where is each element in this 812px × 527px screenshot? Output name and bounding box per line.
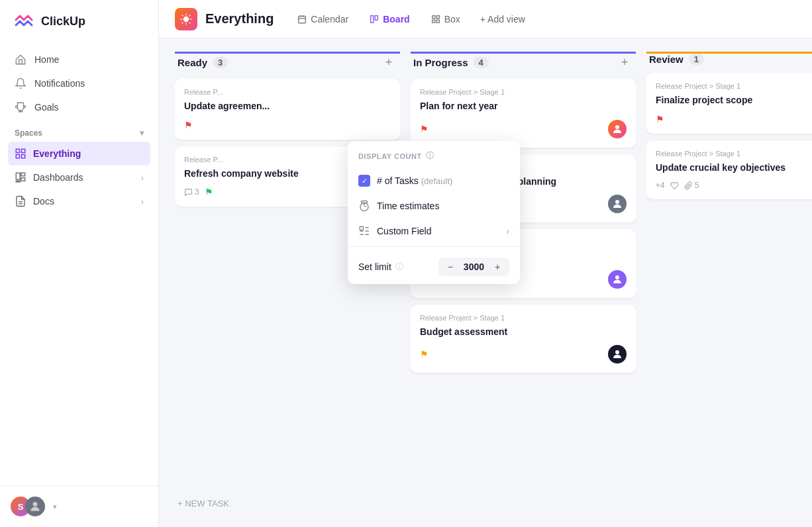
heart-icon (670, 181, 679, 190)
comment-icon (184, 188, 193, 197)
sidebar-item-home[interactable]: Home (8, 48, 150, 72)
popup-label-custom: Custom Field (377, 226, 431, 236)
limit-decrease-button[interactable]: − (444, 260, 457, 273)
avatar-group[interactable]: S (11, 497, 45, 516)
tab-calendar[interactable]: Calendar (289, 10, 356, 28)
popup-item-custom[interactable]: Custom Field › (348, 218, 520, 244)
main-content: Everything Calendar Board Box + Add view… (159, 0, 812, 527)
svg-rect-4 (16, 173, 20, 179)
board-icon (370, 15, 379, 24)
column-header-in-progress: In Progress 4 + (411, 52, 636, 79)
clickup-logo-icon (13, 11, 34, 32)
docs-chevron-icon: › (141, 197, 144, 207)
popup-item-time[interactable]: Time estimates (348, 193, 520, 218)
card-footer: +4 5 (656, 181, 812, 190)
card-title: Finalize project scope (656, 94, 812, 107)
svg-rect-7 (16, 181, 20, 182)
card-title: Update crucial key objectives (656, 162, 812, 175)
bell-icon (15, 77, 26, 89)
sidebar-item-notifications[interactable]: Notifications (8, 72, 150, 95)
spaces-chevron-icon: ▾ (140, 128, 144, 138)
card-finalize-scope[interactable]: Release Project > Stage 1 Finalize proje… (646, 73, 812, 134)
view-icon-box (175, 8, 197, 30)
flag-icon: ⚑ (420, 124, 429, 134)
calendar-icon (297, 15, 307, 24)
column-title-ready: Ready (178, 57, 207, 68)
column-add-ready[interactable]: + (380, 54, 397, 71)
popup-label-time: Time estimates (377, 201, 439, 211)
column-header-review: Review 1 (646, 52, 812, 73)
checkbox-checked-icon: ✓ (358, 175, 370, 187)
custom-field-icon (358, 225, 370, 237)
sidebar-item-dashboards[interactable]: Dashboards › (8, 166, 150, 189)
column-add-in-progress[interactable]: + (616, 54, 633, 71)
card-path: Release Project > Stage 1 (656, 150, 812, 158)
limit-increase-button[interactable]: + (491, 260, 504, 273)
card-title: Update agreemen... (184, 100, 391, 113)
popup-item-tasks[interactable]: ✓ # of Tasks (default) (348, 168, 520, 193)
svg-point-24 (615, 275, 619, 279)
svg-rect-28 (360, 226, 363, 230)
svg-rect-6 (21, 178, 25, 181)
column-count-in-progress: 4 (474, 57, 489, 68)
svg-rect-21 (436, 20, 439, 23)
column-count-ready: 3 (213, 57, 228, 68)
svg-rect-3 (22, 155, 25, 158)
card-path: Release P... (184, 88, 391, 96)
set-limit-info-icon: ⓘ (395, 262, 403, 273)
svg-point-25 (615, 350, 619, 354)
svg-rect-12 (299, 16, 306, 23)
new-task-button[interactable]: + NEW TASK (175, 493, 400, 514)
column-review: Review 1 Release Project > Stage 1 Final… (646, 52, 812, 514)
trophy-icon (15, 101, 26, 113)
limit-value: 3000 (461, 262, 487, 272)
card-update-objectives[interactable]: Release Project > Stage 1 Update crucial… (646, 140, 812, 200)
sidebar-footer: S ▾ (0, 485, 158, 527)
board-area: Ready 3 + Release P... Update agreemen..… (159, 38, 812, 527)
svg-point-10 (33, 502, 38, 506)
svg-point-22 (615, 125, 619, 129)
topbar: Everything Calendar Board Box + Add view (159, 0, 812, 38)
comment-count: 3 (184, 187, 199, 197)
popup-header: DISPLAY COUNT ⓘ (348, 141, 520, 168)
sidebar-item-docs[interactable]: Docs › (8, 189, 150, 213)
card-update-agreement[interactable]: Release P... Update agreemen... ⚑ (175, 79, 400, 140)
card-path: Release Project > Stage 1 (420, 314, 627, 322)
flag-icon: ⚑ (205, 187, 213, 197)
info-icon: ⓘ (426, 150, 434, 162)
svg-rect-17 (375, 15, 378, 19)
avatar (608, 120, 627, 138)
card-budget-assessment[interactable]: Release Project > Stage 1 Budget assessm… (411, 305, 636, 373)
sidebar-item-everything[interactable]: Everything (8, 142, 150, 166)
add-view-button[interactable]: + Add view (474, 10, 532, 28)
card-path: Release Project > Stage 1 (420, 88, 627, 96)
attach-icon (684, 181, 693, 190)
display-count-popup: DISPLAY COUNT ⓘ ✓ # of Tasks (default) (348, 141, 520, 284)
card-plan-next-year[interactable]: Release Project > Stage 1 Plan for next … (411, 79, 636, 148)
footer-chevron-icon: ▾ (53, 503, 57, 511)
card-footer: ⚑ (420, 345, 627, 363)
card-title: Budget assessment (420, 326, 627, 339)
svg-rect-18 (432, 15, 434, 18)
column-title-in-progress: In Progress (413, 57, 468, 68)
svg-rect-0 (16, 149, 19, 152)
card-footer: ⚑ (656, 114, 812, 124)
sidebar-item-goals[interactable]: Goals (8, 95, 150, 119)
topbar-title: Everything (205, 11, 274, 26)
popup-set-limit: Set limit ⓘ − 3000 + (348, 250, 520, 284)
svg-point-11 (183, 16, 189, 21)
svg-rect-1 (22, 149, 25, 152)
column-header-ready: Ready 3 + (175, 52, 400, 79)
dashboards-chevron-icon: › (141, 173, 144, 183)
popup-label-tasks: # of Tasks (default) (377, 175, 452, 186)
flag-icon: ⚑ (184, 120, 193, 130)
column-count-review: 1 (689, 54, 704, 65)
card-footer: ⚑ (184, 120, 391, 130)
tab-box[interactable]: Box (423, 10, 468, 28)
tab-board[interactable]: Board (362, 10, 417, 28)
avatar-secondary (25, 497, 45, 516)
dashboard-icon (15, 171, 26, 183)
spaces-section: Spaces ▾ (8, 119, 150, 142)
svg-point-23 (615, 200, 619, 204)
card-footer: ⚑ (420, 120, 627, 138)
